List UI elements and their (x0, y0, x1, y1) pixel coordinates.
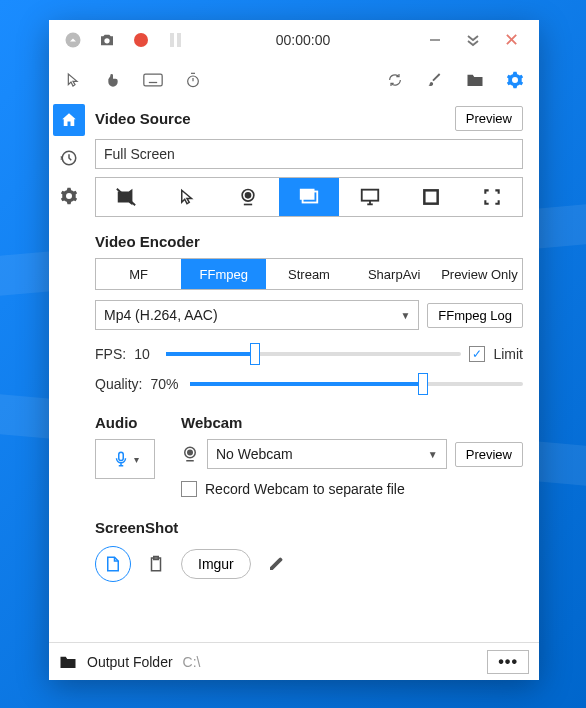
sidebar-settings[interactable] (53, 180, 85, 212)
app-menu-icon[interactable] (63, 30, 83, 50)
source-region-icon[interactable] (461, 178, 522, 216)
toolbar (49, 60, 539, 100)
quality-label: Quality: (95, 376, 142, 392)
sidebar-home[interactable] (53, 104, 85, 136)
source-screen-icon[interactable] (279, 178, 340, 216)
close-button[interactable]: ✕ (497, 26, 525, 54)
encoder-tab-sharpavi[interactable]: SharpAvi (352, 259, 437, 289)
svg-point-24 (188, 450, 193, 455)
source-none-icon[interactable] (96, 178, 157, 216)
screenshot-clipboard-button[interactable] (141, 549, 171, 579)
audio-title: Audio (95, 414, 165, 431)
cursor-icon[interactable] (63, 70, 83, 90)
chevron-down-icon: ▾ (134, 454, 139, 465)
output-folder-label: Output Folder (87, 654, 173, 670)
svg-rect-3 (144, 74, 162, 86)
main-panel: Video Source Preview Video Encoder MF FF… (89, 100, 539, 642)
screenshot-edit-button[interactable] (261, 549, 291, 579)
webcam-icon (181, 445, 199, 463)
quality-slider[interactable] (190, 382, 523, 386)
more-button[interactable]: ••• (487, 650, 529, 674)
webcam-select-value: No Webcam (216, 446, 293, 462)
settings-icon[interactable] (505, 70, 525, 90)
chevron-down-icon: ▼ (428, 449, 438, 460)
quality-slider-thumb[interactable] (418, 373, 428, 395)
source-cursor-icon[interactable] (157, 178, 218, 216)
keystrokes-icon[interactable] (143, 70, 163, 90)
minimize-button[interactable] (421, 26, 449, 54)
fps-slider[interactable] (166, 352, 461, 356)
webcam-separate-checkbox[interactable] (181, 481, 197, 497)
fps-limit-label: Limit (493, 346, 523, 362)
svg-rect-22 (118, 452, 123, 460)
refresh-icon[interactable] (385, 70, 405, 90)
encoder-tabs: MF FFmpeg Stream SharpAvi Preview Only (95, 258, 523, 290)
timer-icon[interactable] (183, 70, 203, 90)
video-source-input[interactable] (95, 139, 523, 169)
fps-label: FPS: (95, 346, 126, 362)
fps-value: 10 (134, 346, 158, 362)
record-button[interactable] (131, 30, 151, 50)
folder-icon[interactable] (465, 70, 485, 90)
encoder-tab-preview[interactable]: Preview Only (437, 259, 522, 289)
svg-rect-18 (362, 190, 379, 201)
webcam-preview-button[interactable]: Preview (455, 442, 523, 467)
quality-value: 70% (150, 376, 182, 392)
fps-slider-thumb[interactable] (250, 343, 260, 365)
encoder-tab-stream[interactable]: Stream (266, 259, 351, 289)
pause-button (165, 30, 185, 50)
screenshot-title: ScreenShot (95, 519, 523, 536)
svg-point-1 (104, 38, 109, 43)
ffmpeg-log-button[interactable]: FFmpeg Log (427, 303, 523, 328)
svg-rect-21 (424, 190, 437, 203)
webcam-title: Webcam (181, 414, 523, 431)
video-source-modes (95, 177, 523, 217)
brush-icon[interactable] (425, 70, 445, 90)
video-encoder-title: Video Encoder (95, 233, 523, 250)
svg-rect-17 (300, 189, 315, 200)
source-webcam-icon[interactable] (218, 178, 279, 216)
fps-limit-checkbox[interactable]: ✓ (469, 346, 485, 362)
titlebar: 00:00:00 ✕ (49, 20, 539, 60)
encoder-format-select[interactable]: Mp4 (H.264, AAC) ▼ (95, 300, 419, 330)
chevron-down-icon: ▼ (400, 310, 410, 321)
footer: Output Folder C:\ ••• (49, 642, 539, 680)
encoder-format-value: Mp4 (H.264, AAC) (104, 307, 218, 323)
collapse-button[interactable] (459, 26, 487, 54)
camera-icon[interactable] (97, 30, 117, 50)
webcam-separate-label: Record Webcam to separate file (205, 481, 405, 497)
webcam-select[interactable]: No Webcam ▼ (207, 439, 447, 469)
clicks-icon[interactable] (103, 70, 123, 90)
encoder-tab-ffmpeg[interactable]: FFmpeg (181, 259, 266, 289)
audio-mic-button[interactable]: ▾ (95, 439, 155, 479)
video-source-title: Video Source (95, 110, 191, 127)
sidebar-recent[interactable] (53, 142, 85, 174)
timer-display: 00:00:00 (185, 32, 421, 48)
source-desktop-icon[interactable] (339, 178, 400, 216)
app-window: 00:00:00 ✕ Video Source Preview (49, 20, 539, 680)
svg-point-15 (246, 193, 251, 198)
sidebar (49, 100, 89, 642)
encoder-tab-mf[interactable]: MF (96, 259, 181, 289)
screenshot-disk-button[interactable] (95, 546, 131, 582)
source-window-icon[interactable] (400, 178, 461, 216)
preview-button[interactable]: Preview (455, 106, 523, 131)
output-folder-value[interactable]: C:\ (183, 654, 478, 670)
screenshot-imgur-button[interactable]: Imgur (181, 549, 251, 579)
folder-icon[interactable] (59, 654, 77, 670)
microphone-icon (112, 450, 130, 468)
